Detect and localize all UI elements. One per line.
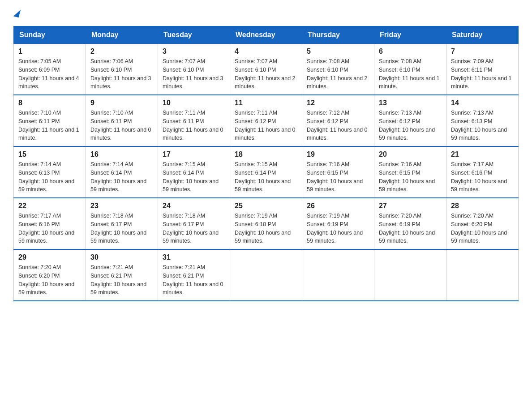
calendar-day-cell: 21Sunrise: 7:17 AMSunset: 6:16 PMDayligh…: [446, 146, 519, 198]
calendar-day-cell: 18Sunrise: 7:15 AMSunset: 6:14 PMDayligh…: [230, 146, 302, 198]
day-number: 2: [90, 47, 153, 56]
calendar-day-cell: 25Sunrise: 7:19 AMSunset: 6:18 PMDayligh…: [230, 198, 302, 249]
calendar-day-cell: 26Sunrise: 7:19 AMSunset: 6:19 PMDayligh…: [302, 198, 374, 249]
calendar-day-cell: 13Sunrise: 7:13 AMSunset: 6:12 PMDayligh…: [374, 95, 446, 146]
calendar-day-cell: [302, 249, 374, 301]
day-number: 19: [307, 150, 369, 158]
calendar-day-cell: 8Sunrise: 7:10 AMSunset: 6:11 PMDaylight…: [14, 95, 86, 146]
calendar-day-cell: 31Sunrise: 7:21 AMSunset: 6:21 PMDayligh…: [158, 249, 230, 301]
day-info: Sunrise: 7:10 AMSunset: 6:11 PMDaylight:…: [18, 109, 81, 142]
day-info: Sunrise: 7:10 AMSunset: 6:11 PMDaylight:…: [90, 109, 153, 142]
calendar-week-row: 1Sunrise: 7:05 AMSunset: 6:09 PMDaylight…: [14, 44, 519, 95]
day-number: 31: [163, 253, 225, 261]
day-info: Sunrise: 7:15 AMSunset: 6:14 PMDaylight:…: [163, 160, 225, 194]
day-info: Sunrise: 7:06 AMSunset: 6:10 PMDaylight:…: [90, 57, 153, 91]
calendar-day-cell: 29Sunrise: 7:20 AMSunset: 6:20 PMDayligh…: [14, 249, 86, 301]
calendar-day-cell: 2Sunrise: 7:06 AMSunset: 6:10 PMDaylight…: [86, 44, 158, 95]
day-number: 27: [379, 202, 442, 210]
calendar-day-cell: 6Sunrise: 7:08 AMSunset: 6:10 PMDaylight…: [374, 44, 446, 95]
day-info: Sunrise: 7:13 AMSunset: 6:12 PMDaylight:…: [379, 109, 442, 142]
calendar-day-cell: 11Sunrise: 7:11 AMSunset: 6:12 PMDayligh…: [230, 95, 302, 146]
calendar-body: 1Sunrise: 7:05 AMSunset: 6:09 PMDaylight…: [14, 44, 519, 301]
day-of-week-header: Tuesday: [158, 26, 230, 44]
calendar-table: SundayMondayTuesdayWednesdayThursdayFrid…: [13, 26, 519, 301]
day-info: Sunrise: 7:20 AMSunset: 6:20 PMDaylight:…: [451, 212, 514, 245]
day-number: 24: [163, 202, 225, 210]
day-info: Sunrise: 7:14 AMSunset: 6:14 PMDaylight:…: [90, 160, 153, 194]
day-number: 13: [379, 99, 442, 107]
day-info: Sunrise: 7:11 AMSunset: 6:11 PMDaylight:…: [163, 109, 225, 142]
calendar-day-cell: 7Sunrise: 7:09 AMSunset: 6:11 PMDaylight…: [446, 44, 519, 95]
calendar-day-cell: 16Sunrise: 7:14 AMSunset: 6:14 PMDayligh…: [86, 146, 158, 198]
calendar-day-cell: 4Sunrise: 7:07 AMSunset: 6:10 PMDaylight…: [230, 44, 302, 95]
day-info: Sunrise: 7:19 AMSunset: 6:19 PMDaylight:…: [307, 212, 369, 245]
day-number: 15: [18, 150, 81, 158]
day-info: Sunrise: 7:09 AMSunset: 6:11 PMDaylight:…: [451, 57, 514, 91]
calendar-week-row: 22Sunrise: 7:17 AMSunset: 6:16 PMDayligh…: [14, 198, 519, 249]
day-info: Sunrise: 7:17 AMSunset: 6:16 PMDaylight:…: [18, 212, 81, 245]
day-info: Sunrise: 7:14 AMSunset: 6:13 PMDaylight:…: [18, 160, 81, 194]
calendar-day-cell: 14Sunrise: 7:13 AMSunset: 6:13 PMDayligh…: [446, 95, 519, 146]
day-info: Sunrise: 7:16 AMSunset: 6:15 PMDaylight:…: [307, 160, 369, 194]
day-info: Sunrise: 7:19 AMSunset: 6:18 PMDaylight:…: [235, 212, 297, 245]
day-number: 28: [451, 202, 514, 210]
calendar-header-row: SundayMondayTuesdayWednesdayThursdayFrid…: [14, 26, 519, 44]
day-info: Sunrise: 7:11 AMSunset: 6:12 PMDaylight:…: [235, 109, 297, 142]
day-info: Sunrise: 7:07 AMSunset: 6:10 PMDaylight:…: [163, 57, 225, 91]
calendar-day-cell: 22Sunrise: 7:17 AMSunset: 6:16 PMDayligh…: [14, 198, 86, 249]
day-info: Sunrise: 7:15 AMSunset: 6:14 PMDaylight:…: [235, 160, 297, 194]
day-number: 3: [163, 47, 225, 56]
calendar-day-cell: 28Sunrise: 7:20 AMSunset: 6:20 PMDayligh…: [446, 198, 519, 249]
day-number: 29: [18, 253, 81, 261]
calendar-day-cell: 23Sunrise: 7:18 AMSunset: 6:17 PMDayligh…: [86, 198, 158, 249]
calendar-day-cell: 15Sunrise: 7:14 AMSunset: 6:13 PMDayligh…: [14, 146, 86, 198]
logo-triangle-icon: [13, 9, 21, 17]
day-info: Sunrise: 7:12 AMSunset: 6:12 PMDaylight:…: [307, 109, 369, 142]
day-of-week-header: Saturday: [446, 26, 519, 44]
day-number: 20: [379, 150, 442, 158]
calendar-day-cell: [374, 249, 446, 301]
day-info: Sunrise: 7:08 AMSunset: 6:10 PMDaylight:…: [307, 57, 369, 91]
calendar-week-row: 29Sunrise: 7:20 AMSunset: 6:20 PMDayligh…: [14, 249, 519, 301]
day-info: Sunrise: 7:18 AMSunset: 6:17 PMDaylight:…: [163, 212, 225, 245]
calendar-week-row: 8Sunrise: 7:10 AMSunset: 6:11 PMDaylight…: [14, 95, 519, 146]
day-number: 14: [451, 99, 514, 107]
day-info: Sunrise: 7:20 AMSunset: 6:19 PMDaylight:…: [379, 212, 442, 245]
day-number: 8: [18, 99, 81, 107]
day-number: 5: [307, 47, 369, 56]
day-number: 16: [90, 150, 153, 158]
day-number: 18: [235, 150, 297, 158]
day-number: 10: [163, 99, 225, 107]
day-number: 30: [90, 253, 153, 261]
day-of-week-header: Thursday: [302, 26, 374, 44]
calendar-day-cell: 17Sunrise: 7:15 AMSunset: 6:14 PMDayligh…: [158, 146, 230, 198]
day-info: Sunrise: 7:18 AMSunset: 6:17 PMDaylight:…: [90, 212, 153, 245]
day-number: 1: [18, 47, 81, 56]
calendar-day-cell: 9Sunrise: 7:10 AMSunset: 6:11 PMDaylight…: [86, 95, 158, 146]
calendar-day-cell: 20Sunrise: 7:16 AMSunset: 6:15 PMDayligh…: [374, 146, 446, 198]
day-of-week-header: Monday: [86, 26, 158, 44]
calendar-day-cell: 19Sunrise: 7:16 AMSunset: 6:15 PMDayligh…: [302, 146, 374, 198]
day-info: Sunrise: 7:17 AMSunset: 6:16 PMDaylight:…: [451, 160, 514, 194]
day-info: Sunrise: 7:05 AMSunset: 6:09 PMDaylight:…: [18, 57, 81, 91]
day-info: Sunrise: 7:20 AMSunset: 6:20 PMDaylight:…: [18, 263, 81, 297]
day-of-week-header: Wednesday: [230, 26, 302, 44]
day-number: 26: [307, 202, 369, 210]
day-number: 12: [307, 99, 369, 107]
day-info: Sunrise: 7:08 AMSunset: 6:10 PMDaylight:…: [379, 57, 442, 91]
calendar-day-cell: 10Sunrise: 7:11 AMSunset: 6:11 PMDayligh…: [158, 95, 230, 146]
day-info: Sunrise: 7:13 AMSunset: 6:13 PMDaylight:…: [451, 109, 514, 142]
day-number: 23: [90, 202, 153, 210]
day-number: 6: [379, 47, 442, 56]
page-header: [13, 9, 519, 17]
calendar-day-cell: 5Sunrise: 7:08 AMSunset: 6:10 PMDaylight…: [302, 44, 374, 95]
day-info: Sunrise: 7:16 AMSunset: 6:15 PMDaylight:…: [379, 160, 442, 194]
day-info: Sunrise: 7:21 AMSunset: 6:21 PMDaylight:…: [90, 263, 153, 297]
calendar-day-cell: 24Sunrise: 7:18 AMSunset: 6:17 PMDayligh…: [158, 198, 230, 249]
calendar-day-cell: 12Sunrise: 7:12 AMSunset: 6:12 PMDayligh…: [302, 95, 374, 146]
day-number: 22: [18, 202, 81, 210]
day-number: 4: [235, 47, 297, 56]
day-number: 9: [90, 99, 153, 107]
calendar-day-cell: 1Sunrise: 7:05 AMSunset: 6:09 PMDaylight…: [14, 44, 86, 95]
calendar-day-cell: 30Sunrise: 7:21 AMSunset: 6:21 PMDayligh…: [86, 249, 158, 301]
